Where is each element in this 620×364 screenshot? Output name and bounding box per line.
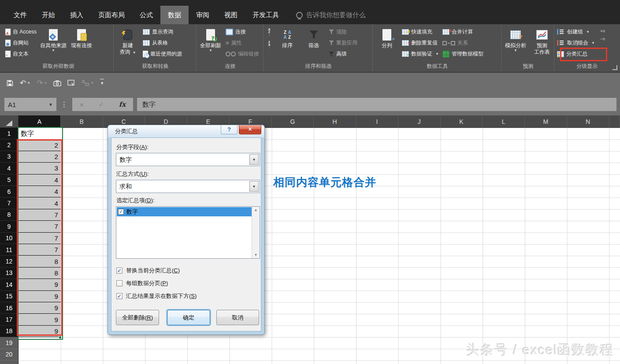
summary-below-checkbox[interactable]: ✓ 汇总结果显示在数据下方(S) — [116, 292, 197, 300]
filter-button[interactable]: 筛选 — [302, 26, 325, 49]
row-header-2[interactable]: 2 — [0, 139, 19, 151]
cell-a15[interactable]: 9 — [19, 291, 61, 302]
cell-a1[interactable]: 数字 — [19, 128, 61, 139]
sort-za-button[interactable]: ZA↓ — [266, 41, 272, 49]
enter-icon[interactable]: ✓ — [98, 100, 104, 108]
cell-a2[interactable]: 2 — [19, 139, 61, 151]
scroll-down-icon[interactable]: ▼ — [252, 253, 260, 257]
fill-handle[interactable] — [59, 336, 62, 339]
tab-data[interactable]: 数据 — [160, 6, 189, 24]
show-detail-icon[interactable]: +≡ — [600, 29, 605, 33]
tab-developer[interactable]: 开发工具 — [245, 6, 286, 24]
from-other-sources-button[interactable]: 自其他来源▼ — [40, 26, 67, 52]
flash-fill-button[interactable]: 快速填充 — [402, 28, 439, 36]
tab-insert[interactable]: 插入 — [63, 6, 91, 24]
row-header-11[interactable]: 11 — [0, 244, 19, 256]
cell-a16[interactable]: 9 — [19, 302, 61, 314]
row-header-6[interactable]: 6 — [0, 186, 19, 197]
row-header-9[interactable]: 9 — [0, 221, 19, 232]
page-break-checkbox[interactable]: 每组数据分页(P) — [116, 279, 168, 287]
row-header-17[interactable]: 17 — [0, 314, 19, 325]
summary-fn-dropdown-icon[interactable]: ▼ — [249, 181, 259, 192]
cell-a17[interactable]: 9 — [19, 314, 61, 325]
column-header-k[interactable]: K — [441, 115, 483, 128]
from-web-button[interactable]: 自网站 — [5, 39, 37, 47]
from-text-button[interactable]: ≡ 自文本 — [5, 50, 37, 58]
dialog-close-button[interactable]: × — [239, 125, 261, 134]
column-header-h[interactable]: H — [314, 115, 356, 128]
column-header-l[interactable]: L — [483, 115, 525, 128]
consolidate-button[interactable]: 合并计算 — [442, 28, 483, 36]
recent-sources-button[interactable]: 最近使用的源 — [143, 50, 182, 58]
row-header-15[interactable]: 15 — [0, 291, 19, 302]
advanced-filter-button[interactable]: 高级 — [329, 50, 357, 58]
dialog-launcher-icon[interactable] — [613, 65, 617, 70]
summary-items-listbox[interactable]: ✓ 数字 ▲ ▼ — [116, 206, 260, 259]
text-to-columns-button[interactable]: » 分列 — [375, 26, 398, 49]
group-button[interactable]: 创建组▼ — [557, 28, 595, 36]
cell-a7[interactable]: 4 — [19, 197, 61, 209]
cell-a3[interactable]: 2 — [19, 151, 61, 163]
cell-a4[interactable]: 3 — [19, 163, 61, 174]
cell-a8[interactable]: 7 — [19, 209, 61, 221]
tell-me-box[interactable]: 告诉我你想要做什么 — [296, 6, 366, 24]
column-header-j[interactable]: J — [398, 115, 441, 128]
row-header-21[interactable] — [0, 360, 19, 364]
summary-below-checkbox-box[interactable]: ✓ — [116, 293, 123, 299]
dialog-help-button[interactable]: ? — [221, 125, 238, 134]
undo-button[interactable]: ↶▼ — [20, 79, 30, 87]
formula-bar-handle-icon[interactable]: ⋮ — [61, 100, 68, 108]
cell-a12[interactable]: 8 — [19, 256, 61, 267]
cell-a9[interactable]: 7 — [19, 221, 61, 232]
existing-connections-button[interactable]: 现有连接 — [70, 26, 93, 49]
row-header-18[interactable]: 18 — [0, 326, 19, 337]
show-queries-button[interactable]: 显示查询 — [143, 28, 182, 36]
tab-page-layout[interactable]: 页面布局 — [91, 6, 132, 24]
row-header-12[interactable]: 12 — [0, 256, 19, 267]
remove-duplicates-button[interactable]: × 删除重复值 — [402, 39, 439, 47]
row-header-7[interactable]: 7 — [0, 197, 19, 209]
from-access-button[interactable]: A 自 Access — [5, 28, 37, 36]
cell-a14[interactable]: 9 — [19, 279, 61, 290]
name-box-dropdown-icon[interactable]: ▼ — [48, 102, 53, 107]
tab-view[interactable]: 视图 — [217, 6, 245, 24]
row-header-1[interactable]: 1 — [0, 128, 19, 139]
sort-button[interactable]: ZAAZ 排序 — [276, 26, 299, 49]
row-header-19[interactable]: 19 — [0, 337, 19, 349]
page-break-checkbox-box[interactable] — [116, 280, 123, 286]
column-header-n[interactable]: N — [567, 115, 609, 128]
row-header-16[interactable]: 16 — [0, 302, 19, 314]
forecast-sheet-button[interactable]: 预测 工作表 — [531, 26, 553, 56]
cell-a11[interactable]: 7 — [19, 244, 61, 256]
new-query-button[interactable]: 新建 查询 ▼ — [116, 26, 139, 56]
column-header-partial[interactable] — [609, 115, 620, 128]
name-box[interactable]: A1 ▼ — [4, 98, 56, 111]
from-table-button[interactable]: 从表格 — [143, 39, 182, 47]
replace-current-checkbox-box[interactable]: ✓ — [116, 267, 123, 274]
column-header-b[interactable]: B — [61, 115, 103, 128]
row-header-10[interactable]: 10 — [0, 233, 19, 244]
hide-detail-icon[interactable]: −≡ — [600, 37, 605, 41]
formula-bar-input[interactable]: 数字 — [137, 98, 616, 111]
ok-button[interactable]: 确定 — [167, 310, 210, 325]
row-header-13[interactable]: 13 — [0, 267, 19, 279]
row-header-3[interactable]: 3 — [0, 151, 19, 163]
cell-a13[interactable]: 8 — [19, 267, 61, 279]
row-header-8[interactable]: 8 — [0, 209, 19, 221]
tab-review[interactable]: 审阅 — [189, 6, 217, 24]
row-header-4[interactable]: 4 — [0, 163, 19, 174]
row-header-5[interactable]: 5 — [0, 175, 19, 186]
tab-file[interactable]: 文件 — [6, 6, 34, 24]
subtotal-button[interactable]: 分类汇总 — [557, 50, 595, 58]
data-validation-button[interactable]: ✓ 数据验证▼ — [402, 50, 439, 58]
listbox-item-checkbox[interactable]: ✓ — [118, 209, 124, 215]
column-header-g[interactable]: G — [272, 115, 314, 128]
cancel-button[interactable]: 取消 — [216, 310, 259, 325]
replace-current-checkbox[interactable]: ✓ 替换当前分类汇总(C) — [116, 267, 180, 275]
listbox-item[interactable]: ✓ 数字 — [117, 207, 252, 216]
tab-home[interactable]: 开始 — [34, 6, 63, 24]
column-header-i[interactable]: I — [356, 115, 398, 128]
cell-a18[interactable]: 9 — [19, 326, 61, 337]
cell-a6[interactable]: 4 — [19, 186, 61, 197]
summary-fn-combobox[interactable]: 求和 ▼ — [116, 180, 260, 193]
